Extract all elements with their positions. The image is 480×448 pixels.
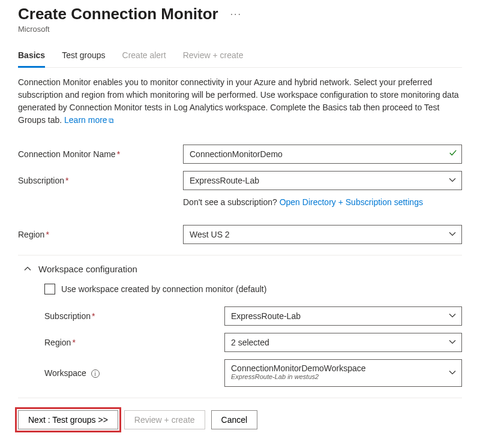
cancel-button[interactable]: Cancel	[211, 410, 258, 429]
page-subtitle: Microsoft	[18, 25, 462, 34]
tab-bar: Basics Test groups Create alert Review +…	[18, 46, 462, 68]
subscription-help-text: Don't see a subscription? Open Directory…	[183, 197, 462, 207]
workspace-configuration-title: Workspace configuration	[38, 264, 137, 274]
divider	[18, 255, 462, 255]
label-subscription: Subscription*	[18, 176, 183, 185]
external-link-icon: ⧉	[109, 116, 114, 125]
workspace-configuration-toggle[interactable]: Workspace configuration	[18, 264, 462, 274]
region-select[interactable]: West US 2	[183, 225, 462, 244]
label-region: Region*	[18, 230, 183, 239]
tab-test-groups[interactable]: Test groups	[62, 46, 105, 68]
tab-create-alert: Create alert	[122, 46, 166, 68]
label-connection-monitor-name: Connection Monitor Name*	[18, 149, 183, 159]
required-indicator: *	[65, 176, 68, 185]
description-text: Connection Monitor enables you to monito…	[18, 76, 462, 127]
next-test-groups-button[interactable]: Next : Test groups >>	[18, 410, 118, 429]
workspace-select[interactable]: ConnectionMonitorDemoWorkspace ExpressRo…	[224, 359, 462, 387]
label-workspace-region: Region*	[44, 338, 224, 347]
tab-basics[interactable]: Basics	[18, 46, 45, 68]
more-icon[interactable]: ···	[230, 9, 242, 20]
label-workspace-subscription: Subscription*	[44, 311, 224, 321]
open-directory-link[interactable]: Open Directory + Subscription settings	[280, 197, 423, 207]
workspace-region-select[interactable]: 2 selected	[224, 333, 462, 352]
required-indicator: *	[72, 338, 75, 347]
use-default-workspace-label: Use workspace created by connection moni…	[61, 284, 266, 294]
chevron-up-icon	[24, 264, 31, 274]
divider	[18, 398, 462, 398]
subscription-select[interactable]: ExpressRoute-Lab	[183, 171, 462, 190]
connection-monitor-name-input[interactable]	[183, 145, 462, 164]
review-create-button: Review + create	[124, 410, 205, 429]
check-icon	[449, 149, 457, 160]
workspace-subscription-select[interactable]: ExpressRoute-Lab	[224, 306, 462, 326]
required-indicator: *	[46, 230, 49, 239]
label-workspace: Workspace i	[44, 368, 224, 378]
tab-review-create: Review + create	[183, 46, 244, 68]
learn-more-link[interactable]: Learn more⧉	[64, 115, 114, 125]
required-indicator: *	[117, 149, 120, 159]
use-default-workspace-checkbox[interactable]	[44, 284, 55, 294]
required-indicator: *	[92, 311, 95, 321]
info-icon[interactable]: i	[91, 369, 100, 378]
page-title: Create Connection Monitor	[18, 5, 218, 23]
